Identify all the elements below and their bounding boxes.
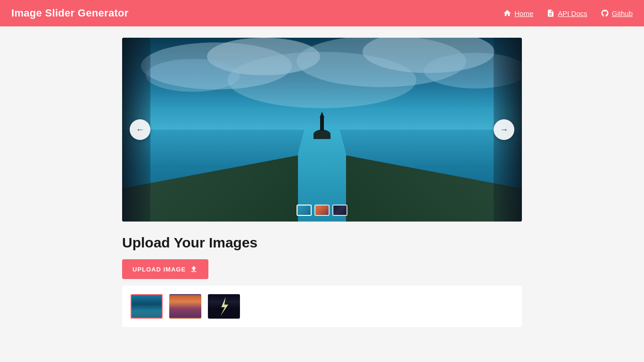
- main-content: ← → Upload Your Images UPLOAD IMAGE: [0, 26, 644, 338]
- thumbnail-2[interactable]: [169, 294, 201, 319]
- island-base: [314, 130, 330, 139]
- upload-icon: [190, 265, 198, 273]
- slider-dot-3[interactable]: [332, 205, 347, 216]
- nav-api-docs[interactable]: API Docs: [546, 9, 587, 17]
- thumbnail-1[interactable]: [131, 294, 163, 319]
- image-slider: ← →: [122, 38, 522, 222]
- slider-next-button[interactable]: →: [494, 119, 514, 140]
- nav-home[interactable]: Home: [503, 9, 533, 17]
- slider-dot-1[interactable]: [297, 205, 312, 216]
- upload-section-title: Upload Your Images: [122, 235, 522, 251]
- svg-point-2: [146, 59, 240, 92]
- nav-github[interactable]: Github: [601, 9, 633, 17]
- dot-image-2: [315, 206, 329, 215]
- slider-dots: [297, 205, 347, 216]
- github-icon: [601, 9, 609, 17]
- slider-dot-2[interactable]: [314, 205, 330, 216]
- upload-button-label: UPLOAD IMAGE: [132, 266, 186, 273]
- svg-marker-7: [221, 297, 229, 316]
- island-tower: [320, 116, 324, 131]
- home-icon: [503, 9, 512, 17]
- slider-scene: [122, 38, 522, 222]
- navbar: Image Slider Generator Home API Docs Git…: [0, 0, 644, 26]
- app-brand: Image Slider Generator: [11, 7, 129, 19]
- island-spire: [320, 112, 324, 117]
- svg-point-6: [228, 52, 416, 108]
- thumbnail-3[interactable]: [208, 294, 240, 319]
- lightning-icon: [209, 295, 239, 318]
- thumbnails-container: [122, 286, 522, 327]
- island-castle: [313, 111, 331, 139]
- dot-image-3: [333, 206, 347, 215]
- thumb-3-inner: [209, 295, 239, 318]
- dot-image-1: [297, 206, 311, 215]
- slider-prev-button[interactable]: ←: [130, 119, 150, 140]
- nav-links: Home API Docs Github: [503, 9, 633, 17]
- upload-image-button[interactable]: UPLOAD IMAGE: [122, 259, 208, 279]
- doc-icon: [546, 9, 555, 17]
- upload-section: Upload Your Images UPLOAD IMAGE: [122, 235, 522, 279]
